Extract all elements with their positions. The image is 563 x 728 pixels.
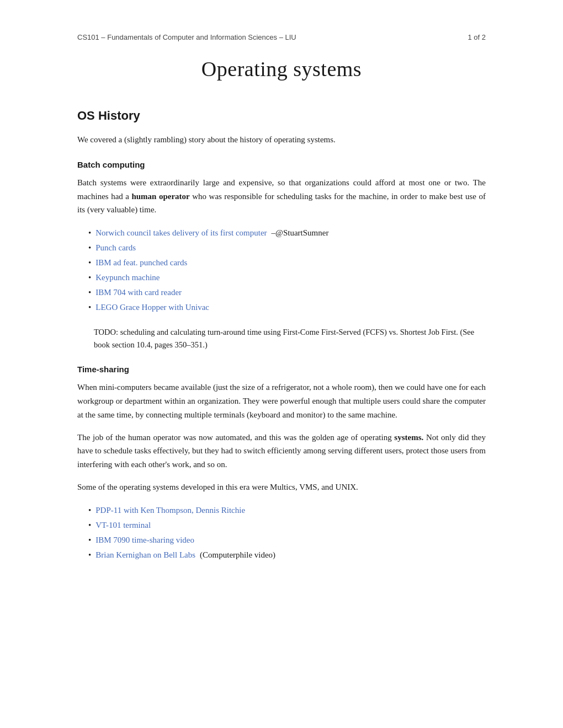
list-item: PDP-11 with Ken Thompson, Dennis Ritchie: [88, 503, 486, 518]
subsection-batch-computing: Batch computing Batch systems were extra…: [77, 160, 486, 352]
list-item: Keypunch machine: [88, 270, 486, 285]
todo-batch: TODO: scheduling and calculating turn-ar…: [77, 326, 486, 351]
page-container: CS101 – Fundamentals of Computer and Inf…: [0, 0, 563, 728]
timesharing-paragraph-2: The job of the human operator was now au…: [77, 431, 486, 472]
link-keypunch[interactable]: Keypunch machine: [95, 270, 160, 285]
link-lego-grace[interactable]: LEGO Grace Hopper with Univac: [95, 300, 209, 315]
page-title: Operating systems: [77, 57, 486, 81]
timesharing-link-list: PDP-11 with Ken Thompson, Dennis Ritchie…: [88, 503, 486, 563]
list-item: IBM ad feat. punched cards: [88, 255, 486, 270]
link-punch-cards[interactable]: Punch cards: [95, 240, 136, 255]
link-kernighan[interactable]: Brian Kernighan on Bell Labs: [95, 548, 195, 563]
section-os-history: OS History We covered a (slightly rambli…: [77, 109, 486, 563]
list-item: VT-101 terminal: [88, 518, 486, 533]
batch-link-list: Norwich council takes delivery of its fi…: [88, 226, 486, 315]
section-heading-os-history: OS History: [77, 109, 486, 123]
list-item: Brian Kernighan on Bell Labs (Computerph…: [88, 548, 486, 563]
list-item: IBM 704 with card reader: [88, 285, 486, 300]
link-ibm704[interactable]: IBM 704 with card reader: [95, 285, 182, 300]
timesharing-paragraph-3: Some of the operating systems developed …: [77, 480, 486, 494]
link-kernighan-suffix: (Computerphile video): [200, 548, 275, 563]
link-vt101[interactable]: VT-101 terminal: [95, 518, 151, 533]
list-item: LEGO Grace Hopper with Univac: [88, 300, 486, 315]
link-pdp11[interactable]: PDP-11 with Ken Thompson, Dennis Ritchie: [95, 503, 245, 518]
link-ibm7090[interactable]: IBM 7090 time-sharing video: [95, 533, 194, 548]
link-norwich-suffix: –@StuartSumner: [272, 226, 329, 240]
list-item: Punch cards: [88, 240, 486, 255]
page-header: CS101 – Fundamentals of Computer and Inf…: [77, 33, 486, 41]
timesharing-paragraph-1: When mini-computers became available (ju…: [77, 381, 486, 421]
link-ibm-ad[interactable]: IBM ad feat. punched cards: [95, 255, 187, 270]
batch-paragraph-1: Batch systems were extraordinarily large…: [77, 176, 486, 217]
link-norwich[interactable]: Norwich council takes delivery of its fi…: [95, 226, 267, 240]
subsection-time-sharing: Time-sharing When mini-computers became …: [77, 365, 486, 562]
os-history-intro: We covered a (slightly rambling) story a…: [77, 133, 486, 147]
page-number: 1 of 2: [468, 33, 486, 41]
subsection-heading-batch: Batch computing: [77, 160, 486, 169]
list-item: Norwich council takes delivery of its fi…: [88, 226, 486, 240]
course-title: CS101 – Fundamentals of Computer and Inf…: [77, 33, 296, 41]
list-item: IBM 7090 time-sharing video: [88, 533, 486, 548]
subsection-heading-timesharing: Time-sharing: [77, 365, 486, 374]
